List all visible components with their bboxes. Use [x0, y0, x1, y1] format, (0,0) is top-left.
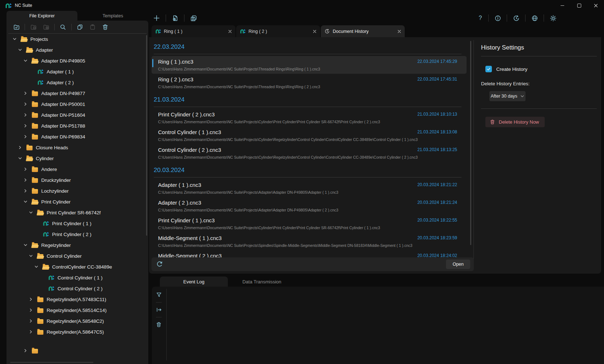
chevron-icon[interactable] — [28, 210, 34, 215]
save-all-icon[interactable] — [189, 13, 198, 23]
folder-save-icon[interactable] — [29, 23, 38, 31]
tree-item[interactable]: Projects — [7, 34, 145, 44]
chevron-icon[interactable] — [22, 112, 28, 118]
tree-item[interactable]: Print Cylinder ( 1 ) — [7, 218, 145, 229]
tree-item[interactable]: Andere — [7, 164, 145, 175]
tree-item[interactable]: Print Cylinder — [7, 196, 145, 207]
document-tab[interactable]: Ring ( 2 ) — [236, 25, 320, 37]
tree-item[interactable]: Print Cylinder SR-66742f — [7, 207, 145, 218]
tab-templates[interactable]: Templates — [77, 11, 148, 21]
chevron-icon[interactable] — [28, 318, 34, 324]
folder-check-icon[interactable] — [12, 23, 21, 31]
tree-item[interactable]: Closure Heads — [7, 142, 145, 153]
chevron-icon[interactable] — [22, 101, 28, 107]
open-document-icon[interactable] — [170, 13, 180, 23]
tree-item[interactable]: Adapter DN-P49877 — [7, 88, 145, 99]
tree-item[interactable]: Lochzylinder — [7, 185, 145, 196]
tree-item[interactable]: Control Cylinder ( 1 ) — [7, 272, 145, 283]
filter-icon[interactable] — [155, 291, 163, 299]
language-globe-icon[interactable] — [530, 13, 539, 23]
chevron-icon[interactable] — [28, 307, 34, 313]
chevron-icon[interactable] — [22, 188, 28, 194]
history-entry[interactable]: Middle-Segment ( 1 ).cnc3 C:\Users\Hans … — [152, 232, 467, 250]
history-entry[interactable]: Adapter ( 2 ).cnc3 C:\Users\Hans Zimmerm… — [152, 197, 467, 215]
chevron-icon[interactable] — [28, 329, 34, 335]
tree-item[interactable]: Regelzylinder(A.58548C2) — [7, 316, 145, 326]
chevron-icon[interactable] — [22, 58, 28, 64]
tree-item[interactable]: Druckzylinder — [7, 175, 145, 185]
info-icon[interactable] — [493, 13, 502, 23]
tree-item[interactable]: Cylinder — [7, 153, 145, 164]
history-entry[interactable]: Print Cylinder ( 2 ).cnc3 C:\Users\Hans … — [152, 109, 467, 127]
tree-item[interactable]: Adapter DN-P51604 — [7, 110, 145, 120]
settings-gear-icon[interactable] — [548, 13, 558, 23]
create-history-checkbox[interactable]: Create History — [485, 66, 597, 72]
history-entry[interactable]: Print Cylinder ( 1 ).cnc3 C:\Users\Hans … — [152, 215, 467, 232]
document-tab[interactable]: Document History — [321, 25, 405, 37]
tree-item[interactable]: ControlCylinder CC-38489e — [7, 261, 145, 272]
chevron-icon[interactable] — [12, 36, 17, 42]
folder-remove-icon[interactable] — [42, 23, 50, 31]
chevron-icon[interactable] — [17, 47, 23, 53]
tree-item[interactable]: Adapter ( 1 ) — [7, 66, 145, 77]
tree-item[interactable]: Adapter DN-P69834 — [7, 131, 145, 142]
new-document-icon[interactable] — [152, 13, 161, 23]
history-entry[interactable]: Ring ( 2 ).cnc3 C:\Users\Hans Zimmermann… — [152, 74, 467, 91]
chevron-icon[interactable] — [22, 242, 28, 248]
tree-item[interactable]: Adapter DN-P49805 — [7, 55, 145, 66]
checkbox-checked-icon[interactable] — [485, 66, 492, 72]
close-button[interactable] — [587, 0, 604, 11]
history-entry[interactable]: Control Cylinder ( 2 ).cnc3 C:\Users\Han… — [152, 144, 467, 162]
tab-data-transmission[interactable]: Data Transmission — [228, 277, 296, 287]
history-scrollbar[interactable] — [470, 41, 471, 245]
tab-close-icon[interactable] — [228, 30, 232, 33]
delete-icon[interactable] — [101, 23, 110, 31]
history-entry[interactable]: Control Cylinder ( 1 ).cnc3 C:\Users\Han… — [152, 127, 467, 144]
tree-item[interactable]: Adapter DN-P50001 — [7, 99, 145, 110]
chevron-icon[interactable] — [22, 123, 28, 129]
history-entry[interactable]: Adapter ( 1 ).cnc3 C:\Users\Hans Zimmerm… — [152, 179, 467, 197]
tree-item[interactable] — [7, 345, 145, 356]
chevron-icon[interactable] — [17, 155, 23, 161]
chevron-icon[interactable] — [22, 348, 28, 354]
tree-item[interactable]: Control Cylinder ( 2 ) — [7, 283, 145, 294]
tree-item[interactable]: Control Cylinder — [7, 250, 145, 261]
chevron-icon[interactable] — [22, 177, 28, 183]
export-log-icon[interactable] — [155, 306, 163, 314]
delete-after-dropdown[interactable]: After 30 days — [489, 91, 526, 101]
tab-close-icon[interactable] — [313, 30, 316, 33]
version-history-icon[interactable] — [511, 13, 521, 23]
delete-history-now-button[interactable]: Delete History Now — [485, 117, 545, 127]
tree-scrollbar[interactable] — [146, 35, 147, 236]
tab-file-explorer[interactable]: File Explorer — [7, 11, 77, 21]
search-icon[interactable] — [59, 23, 67, 31]
clear-log-icon[interactable] — [155, 321, 163, 329]
help-icon[interactable]: ? — [477, 15, 484, 21]
tree-item[interactable]: Regelzylinder(A.58514C14) — [7, 305, 145, 316]
chevron-icon[interactable] — [17, 145, 23, 150]
chevron-icon[interactable] — [28, 253, 34, 259]
open-button[interactable]: Open — [446, 260, 470, 269]
chevron-icon[interactable] — [22, 134, 28, 140]
tree-item[interactable]: Regelzylinder(A.58647C5) — [7, 326, 145, 337]
chevron-icon[interactable] — [33, 264, 39, 270]
tab-close-icon[interactable] — [397, 30, 401, 33]
minimize-button[interactable] — [554, 0, 571, 11]
tree-item[interactable]: Adapter ( 2 ) — [7, 77, 145, 88]
tree-horizontal-scrollbar[interactable] — [10, 362, 93, 363]
refresh-icon[interactable] — [155, 260, 164, 269]
tree-item[interactable]: Adapter DN-P51788 — [7, 120, 145, 131]
chevron-icon[interactable] — [28, 296, 34, 302]
tree-item[interactable]: Print Cylinder ( 2 ) — [7, 229, 145, 240]
chevron-icon[interactable] — [22, 90, 28, 96]
maximize-button[interactable] — [571, 0, 587, 11]
document-tab[interactable]: Ring ( 1 ) — [152, 25, 235, 37]
copy-icon[interactable] — [76, 23, 84, 31]
tab-event-log[interactable]: Event Log — [160, 277, 228, 287]
chevron-icon[interactable] — [22, 166, 28, 172]
chevron-icon[interactable] — [22, 199, 28, 205]
tree-item[interactable]: Regelzylinder — [7, 240, 145, 250]
tree-item[interactable]: Adapter — [7, 44, 145, 55]
tree-item[interactable]: Regelzylinder(A.57483C11) — [7, 294, 145, 305]
paste-icon[interactable] — [88, 23, 97, 31]
